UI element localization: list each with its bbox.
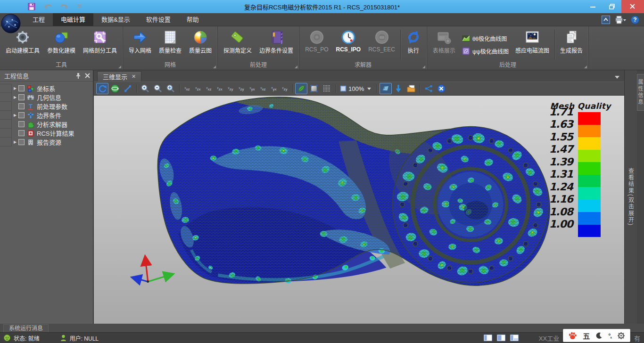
qcloud-icon [193, 30, 208, 45]
minimize-button[interactable] [584, 0, 603, 13]
ribbon-button-book[interactable]: 边界条件设置 [256, 28, 297, 62]
zoom-out-icon[interactable] [152, 83, 164, 94]
toolbar-separator [420, 84, 420, 93]
view-orientation-8[interactable]: zyx [269, 83, 279, 94]
ime-toolbar[interactable]: 五 °, [563, 329, 630, 342]
tree-item-6[interactable]: ▶报告资源 [0, 138, 93, 147]
property-info-tab[interactable]: 属性信息 [637, 74, 644, 111]
ime-logo-icon[interactable] [568, 331, 577, 340]
undo-icon[interactable] [43, 2, 52, 11]
ime-moon-icon[interactable] [595, 332, 603, 339]
clear-view-icon[interactable] [435, 83, 447, 94]
view-orientation-1[interactable]: yzx [193, 83, 203, 94]
view-orientation-6[interactable]: yyx [247, 83, 257, 94]
results-collapsed-panel[interactable]: 查看结果(双击展开) [624, 70, 637, 324]
results-panel-label: 查看结果(双击展开) [627, 168, 635, 226]
ime-settings-gear-icon[interactable] [617, 332, 625, 340]
ribbon-button-ipo[interactable]: RCS_IPO [332, 28, 364, 62]
restore-button[interactable] [603, 0, 621, 13]
tree-checkbox[interactable] [18, 94, 25, 100]
tree-item-4[interactable]: 分析求解器 [0, 120, 93, 129]
shaded-mode-icon[interactable] [308, 83, 320, 94]
zoom-level-control[interactable]: 100% [338, 83, 374, 94]
close-panel-icon[interactable] [85, 73, 90, 78]
tree-checkbox[interactable] [18, 112, 25, 118]
view-orientation-9[interactable]: yzy [280, 83, 290, 94]
tree-expand-icon[interactable]: ▶ [12, 86, 18, 90]
help-icon[interactable]: ? [631, 16, 639, 24]
tree-item-2[interactable]: T前处理参数 [0, 102, 93, 111]
tree-expand-icon[interactable]: ▶ [12, 95, 18, 99]
tab-list-dropdown-icon[interactable] [615, 76, 619, 79]
zoom-in-icon[interactable] [139, 83, 151, 94]
capture-folder-icon[interactable] [405, 83, 417, 94]
menu-tab-2[interactable]: 数据&显示 [93, 13, 138, 26]
view-orientation-2[interactable]: yxz [204, 83, 214, 94]
tree-expand-icon[interactable]: ▶ [12, 113, 18, 117]
layout-left-panel-icon[interactable] [483, 334, 493, 342]
ribbon-button-param[interactable]: 参数化建模 [43, 28, 79, 62]
pan-zoom-icon[interactable] [122, 83, 134, 94]
ribbon-button-meshtool[interactable]: 网格剖分工具 [79, 28, 121, 62]
layout-bottom-panel-icon[interactable] [510, 334, 519, 342]
tree-checkbox[interactable] [18, 85, 25, 91]
tree-item-3[interactable]: ▶边界条件 [0, 111, 93, 120]
ribbon-button-qcheck[interactable]: 质量检查 [155, 28, 185, 62]
viewport-3d[interactable]: Mesh Quality 1.711.631.551.471.391.311.2… [94, 96, 624, 324]
ribbon-button-import[interactable]: 导入网格 [125, 28, 155, 62]
import-view-icon[interactable] [392, 83, 405, 94]
tree-item-0[interactable]: ▶坐标系 [0, 84, 93, 93]
watermark-text-right: 有 [634, 334, 640, 343]
ribbon-button-theta[interactable]: θθ极化曲线图 [462, 34, 509, 42]
tree-checkbox[interactable] [18, 103, 25, 109]
view-orientation-3[interactable]: yzx [215, 83, 225, 94]
save-icon[interactable] [27, 2, 36, 11]
wireframe-points-icon[interactable] [321, 83, 333, 94]
collapse-ribbon-icon[interactable] [602, 16, 610, 24]
share-view-icon[interactable] [422, 83, 435, 94]
qat-dropdown-icon[interactable] [75, 2, 84, 11]
clip-plane-icon[interactable] [380, 83, 392, 94]
menu-tab-0[interactable]: 工程 [25, 13, 53, 26]
ime-punct-label[interactable]: °, [608, 332, 611, 339]
view-orientation-7[interactable]: yxz [258, 83, 268, 94]
menu-tab-3[interactable]: 软件设置 [138, 13, 179, 26]
shaded-leaf-icon[interactable] [295, 83, 307, 94]
tree-checkbox[interactable] [18, 139, 25, 145]
tree-expand-icon[interactable]: ▶ [12, 140, 18, 144]
ime-mode-label[interactable]: 五 [583, 331, 590, 341]
menu-tab-4[interactable]: 帮助 [179, 13, 207, 26]
ribbon-button-report[interactable]: 生成报告 [556, 28, 586, 62]
ribbon-button-photo[interactable]: 感应电磁流图 [512, 28, 553, 62]
tab-close-icon[interactable]: ✕ [132, 74, 136, 80]
orbit-view-icon[interactable] [109, 83, 121, 94]
status-ready-icon [4, 335, 10, 341]
view-orientation-4[interactable]: yzy [225, 83, 236, 94]
ribbon-button-tag[interactable]: 探测角定义 [220, 28, 256, 62]
tree-checkbox[interactable] [18, 121, 25, 127]
report-icon [564, 30, 579, 45]
zoom-fit-icon[interactable] [165, 83, 177, 94]
system-messages-tab[interactable]: 系统运行消息 [3, 324, 49, 332]
rotate-view-icon[interactable] [96, 83, 108, 94]
ribbon-button-table: 表格展示 [429, 28, 459, 62]
menu-tab-1[interactable]: 电磁计算 [53, 13, 93, 26]
tree-item-5[interactable]: RCS计算结果 [0, 129, 93, 138]
app-logo-icon[interactable] [1, 14, 21, 34]
ribbon-button-exec[interactable]: 执行 [402, 28, 425, 62]
tab-3d-display[interactable]: 三维显示 ✕ [97, 71, 141, 82]
legend-color-band [578, 125, 601, 138]
close-button[interactable] [621, 0, 644, 13]
redo-icon[interactable] [59, 2, 68, 11]
view-orientation-5[interactable]: yzy [236, 83, 247, 94]
ribbon-button-psi[interactable]: ψψ极化曲线图 [462, 47, 509, 55]
ribbon-button-qcloud[interactable]: 质量云图 [185, 28, 215, 62]
print-preview-icon[interactable] [615, 16, 626, 24]
legend-color-band [578, 162, 601, 175]
legend-color-band [578, 137, 601, 150]
pin-icon[interactable] [75, 73, 81, 79]
view-orientation-0[interactable]: yxz [182, 83, 192, 94]
tree-item-1[interactable]: ▶几何信息 [0, 93, 93, 102]
tree-checkbox[interactable] [18, 130, 25, 136]
layout-split-panel-icon[interactable] [496, 334, 506, 342]
